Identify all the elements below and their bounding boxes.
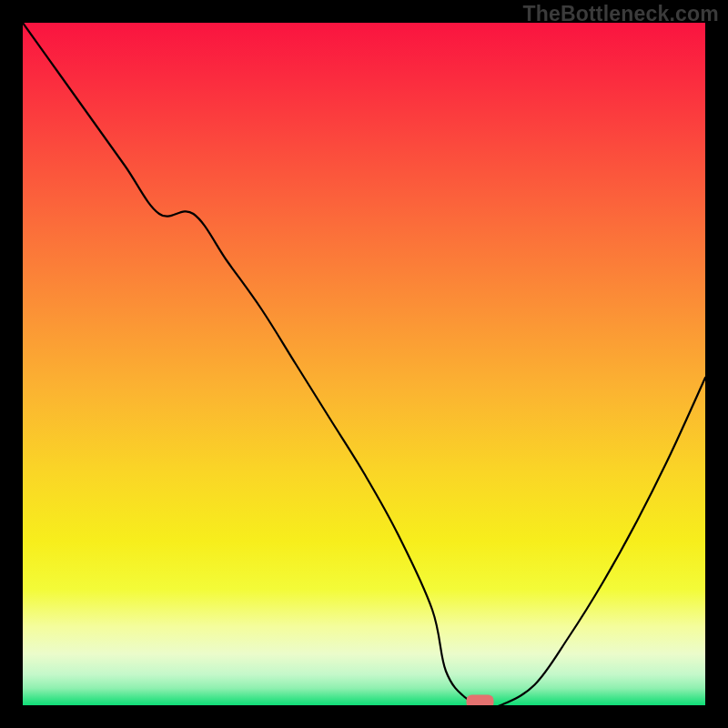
watermark-text: TheBottleneck.com — [522, 2, 719, 26]
optimal-marker — [467, 695, 494, 706]
chart-frame: TheBottleneck.com — [0, 0, 728, 728]
plot-area — [23, 23, 705, 705]
gradient-background — [23, 23, 705, 705]
chart-svg — [23, 23, 705, 705]
